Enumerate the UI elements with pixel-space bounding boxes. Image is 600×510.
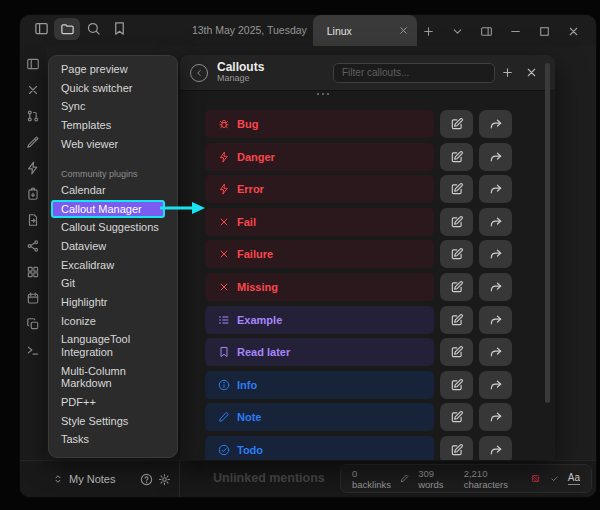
menu-item-multi-column[interactable]: Multi-Column Markdown [49,362,177,393]
tab-close-icon[interactable] [398,25,409,36]
insert-button[interactable] [479,338,512,366]
vault-switcher[interactable]: My Notes [38,461,180,497]
callout-pill-error[interactable]: Error [205,175,434,203]
help-icon[interactable] [140,473,153,486]
character-count[interactable]: 2,210 characters [464,468,523,490]
filter-callouts-input[interactable] [333,63,495,83]
backlinks-count[interactable]: 0 backlinks [352,468,391,490]
grid-icon[interactable] [26,265,40,279]
panel-scrollbar[interactable] [545,63,550,403]
callout-pill-missing[interactable]: Missing [205,273,434,301]
callout-pill-danger[interactable]: Danger [205,143,434,171]
menu-item-web-viewer[interactable]: Web viewer [49,135,177,154]
callout-pill-read-later[interactable]: Read later [205,338,434,366]
callout-pill-fail[interactable]: Fail [205,208,434,236]
pencil-icon [218,411,230,423]
minimize-icon[interactable] [504,21,526,41]
main-area: Page preview Quick switcher Sync Templat… [20,46,596,497]
callout-pill-failure[interactable]: Failure [205,240,434,268]
edit-button[interactable] [440,175,473,203]
window-close-icon[interactable] [562,21,584,41]
terminal-icon[interactable] [26,343,40,357]
chevrons-up-down-icon [52,473,64,485]
slashed-box-icon[interactable] [531,473,540,484]
callout-pill-bug[interactable]: Bug [205,110,434,138]
edit-button[interactable] [440,273,473,301]
menu-item-page-preview[interactable]: Page preview [49,60,177,79]
folder-icon[interactable] [54,18,80,40]
file-export-icon[interactable] [26,213,40,227]
menu-item-callout-manager[interactable]: Callout Manager [51,200,165,219]
callout-row: Error [205,175,512,203]
callout-pill-example[interactable]: Example [205,306,434,334]
tab-date[interactable]: 13th May 2025, Tuesday [186,24,313,46]
edit-button[interactable] [440,208,473,236]
gear-icon[interactable] [158,473,171,486]
menu-item-callout-suggestions[interactable]: Callout Suggestions [49,218,177,237]
insert-button[interactable] [479,208,512,236]
panel-icon[interactable] [26,57,40,71]
panel-close-icon[interactable] [519,62,543,84]
add-callout-button[interactable] [495,62,519,84]
menu-item-dataview[interactable]: Dataview [49,237,177,256]
callout-pill-note[interactable]: Note [205,403,434,431]
callout-row: Fail [205,208,512,236]
git-pull-request-icon[interactable] [26,109,40,123]
bookmark-icon[interactable] [106,18,132,40]
insert-button[interactable] [479,143,512,171]
word-count[interactable]: 309 words [418,468,454,490]
menu-item-languagetool[interactable]: LanguageTool Integration [49,330,177,361]
chevron-down-icon[interactable] [446,21,468,41]
menu-item-excalidraw[interactable]: Excalidraw [49,256,177,275]
insert-button[interactable] [479,371,512,399]
insert-button[interactable] [479,175,512,203]
edit-button[interactable] [440,338,473,366]
tab-linux[interactable]: Linux [313,15,417,46]
edit-button[interactable] [440,371,473,399]
edit-button[interactable] [440,110,473,138]
share-nodes-icon[interactable] [26,239,40,253]
plugin-menu: Page preview Quick switcher Sync Templat… [48,55,178,458]
menu-item-pdf[interactable]: PDF++ [49,393,177,412]
edit-button[interactable] [440,306,473,334]
zap-icon[interactable] [26,161,40,175]
edit-button[interactable] [440,143,473,171]
back-button[interactable] [190,64,208,82]
reading-mode-toggle[interactable]: Aa [568,472,580,485]
random-note-icon[interactable] [26,83,40,97]
menu-item-git[interactable]: Git [49,274,177,293]
sidebar-toggle-icon[interactable] [28,18,54,40]
edit-icon [450,215,464,229]
menu-item-highlightr[interactable]: Highlightr [49,293,177,312]
menu-item-tasks[interactable]: Tasks [49,430,177,449]
callout-pill-todo[interactable]: Todo [205,436,434,460]
edit-button[interactable] [440,403,473,431]
callout-pill-info[interactable]: Info [205,371,434,399]
new-tab-plus-icon[interactable] [417,21,439,41]
insert-button[interactable] [479,240,512,268]
menu-item-iconize[interactable]: Iconize [49,312,177,331]
insert-button[interactable] [479,306,512,334]
draw-icon[interactable] [26,135,40,149]
insert-button[interactable] [479,436,512,460]
clipboard-paste-icon[interactable] [26,187,40,201]
copy-icon[interactable] [26,317,40,331]
insert-button[interactable] [479,273,512,301]
split-pane-icon[interactable] [475,21,497,41]
maximize-icon[interactable] [533,21,555,41]
menu-item-calendar[interactable]: Calendar [49,181,177,200]
insert-button[interactable] [479,403,512,431]
menu-item-templates[interactable]: Templates [49,116,177,135]
menu-item-quick-switcher[interactable]: Quick switcher [49,79,177,98]
calendar-icon[interactable] [26,291,40,305]
check-icon[interactable] [550,473,559,484]
callout-label: Read later [237,346,290,358]
edit-icon [450,345,464,359]
menu-item-style-settings[interactable]: Style Settings [49,412,177,431]
edit-button[interactable] [440,240,473,268]
menu-item-sync[interactable]: Sync [49,97,177,116]
insert-button[interactable] [479,110,512,138]
edit-button[interactable] [440,436,473,460]
callout-row: Note [205,403,512,431]
search-icon[interactable] [80,18,106,40]
